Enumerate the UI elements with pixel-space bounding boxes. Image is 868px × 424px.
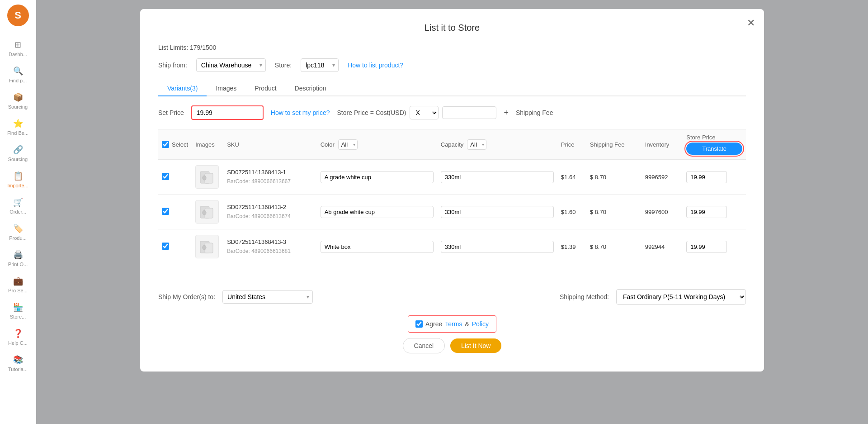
- color-filter-select[interactable]: All: [338, 139, 358, 150]
- row1-store-price-cell: [683, 160, 746, 195]
- table-header-color: Color All: [317, 129, 437, 160]
- row2-capacity-input[interactable]: [441, 206, 554, 218]
- imported-icon: 📋: [13, 171, 23, 181]
- how-to-list-link[interactable]: How to list product?: [348, 62, 403, 69]
- translate-button[interactable]: Translate: [686, 143, 742, 155]
- row3-image-cell: [192, 229, 223, 264]
- row1-sku-cell: SD07251141368413-1 BarCode: 489006661366…: [223, 160, 317, 195]
- policy-link[interactable]: Policy: [472, 320, 489, 328]
- row1-store-price-input[interactable]: [686, 171, 727, 183]
- row2-inventory: 9997600: [645, 209, 668, 215]
- find-products-icon: 🔍: [13, 66, 23, 76]
- row2-shipping-cell: $ 8.70: [586, 195, 642, 229]
- sidebar-item-sourcing[interactable]: 📦 Sourcing: [0, 88, 36, 114]
- sourcing2-icon: 🔗: [13, 145, 23, 155]
- list-limits-label: List Limits:: [158, 44, 188, 51]
- ship-to-select[interactable]: United States: [222, 290, 313, 304]
- row3-checkbox[interactable]: [162, 243, 169, 250]
- row2-shipping-fee: $ 8.70: [590, 209, 606, 215]
- row2-store-price-input[interactable]: [686, 206, 727, 218]
- sidebar-item-label: Store...: [10, 314, 26, 319]
- table-header-select: Select: [158, 129, 192, 160]
- agree-text: Agree: [425, 320, 442, 328]
- sidebar-logo: S: [7, 5, 29, 26]
- agree-row: Agree Terms & Policy: [408, 315, 496, 333]
- sidebar-item-dashboard[interactable]: ⊞ Dashb...: [0, 35, 36, 62]
- row2-color-input[interactable]: [321, 206, 434, 218]
- modal: List it to Store ✕ List Limits: 179/1500…: [140, 9, 764, 372]
- formula-input[interactable]: [442, 106, 496, 119]
- ship-from-label: Ship from:: [158, 62, 187, 69]
- terms-link[interactable]: Terms: [445, 320, 462, 328]
- sidebar-item-label: Sourcing: [8, 157, 28, 162]
- svg-point-5: [203, 210, 206, 215]
- row1-checkbox[interactable]: [162, 173, 169, 180]
- sidebar-item-orders[interactable]: 🛒 Order...: [0, 193, 36, 219]
- row1-color-cell: [317, 160, 437, 195]
- stores-icon: 🏪: [13, 302, 23, 312]
- sidebar-item-sourcing2[interactable]: 🔗 Sourcing: [0, 140, 36, 167]
- set-price-input[interactable]: [191, 105, 264, 120]
- row1-capacity-input[interactable]: [441, 171, 554, 183]
- sidebar-item-help[interactable]: ❓ Help C...: [0, 324, 36, 350]
- row2-price-cell: $1.60: [557, 195, 586, 229]
- modal-title: List it to Store: [158, 23, 746, 33]
- row1-shipping-fee: $ 8.70: [590, 174, 606, 181]
- sidebar-item-pro-se[interactable]: 💼 Pro Se...: [0, 272, 36, 298]
- sidebar-item-find-better[interactable]: ⭐ Find Be...: [0, 114, 36, 140]
- sidebar-item-tutorial[interactable]: 📚 Tutoria...: [0, 350, 36, 376]
- tab-variants[interactable]: Variants(3): [158, 81, 207, 96]
- tab-description[interactable]: Description: [286, 81, 335, 96]
- row1-product-image: [195, 165, 219, 189]
- row3-store-price-input[interactable]: [686, 241, 727, 253]
- multiply-wrapper[interactable]: X: [410, 106, 439, 119]
- row2-product-image: [195, 200, 219, 224]
- row1-price: $1.64: [561, 174, 576, 181]
- row3-checkbox-cell: [158, 229, 192, 264]
- store-select[interactable]: lpc118: [301, 58, 339, 72]
- row2-checkbox[interactable]: [162, 208, 169, 215]
- table-header-sku: SKU: [223, 129, 317, 160]
- row1-sku: SD07251141368413-1: [227, 168, 313, 177]
- sidebar-item-label: Order...: [9, 209, 26, 214]
- shipping-method-wrapper[interactable]: Fast Ordinary P(5-11 Working Days): [616, 289, 746, 305]
- row3-inventory-cell: 992944: [642, 229, 683, 264]
- tab-images[interactable]: Images: [207, 81, 245, 96]
- shipping-method-label: Shipping Method:: [560, 293, 609, 300]
- ship-to-wrapper[interactable]: United States: [222, 290, 313, 304]
- row3-color-input[interactable]: [321, 241, 434, 253]
- store-wrapper[interactable]: lpc118: [301, 58, 339, 72]
- sidebar: S ⊞ Dashb... 🔍 Find p... 📦 Sourcing ⭐ Fi…: [0, 0, 36, 424]
- table-header-price: Price: [557, 129, 586, 160]
- sidebar-item-find-products[interactable]: 🔍 Find p...: [0, 62, 36, 88]
- sidebar-item-stores[interactable]: 🏪 Store...: [0, 298, 36, 324]
- ship-from-wrapper[interactable]: China Warehouse: [196, 58, 266, 72]
- agree-checkbox[interactable]: [415, 320, 423, 328]
- table-header-images: Images: [192, 129, 223, 160]
- sidebar-item-label: Importe...: [7, 183, 28, 188]
- sidebar-item-print[interactable]: 🖨️ Print O...: [0, 245, 36, 272]
- row1-color-input[interactable]: [321, 171, 434, 183]
- sidebar-item-imported[interactable]: 📋 Importe...: [0, 167, 36, 193]
- multiply-select[interactable]: X: [410, 106, 439, 119]
- tab-product[interactable]: Product: [245, 81, 285, 96]
- shipping-method-select[interactable]: Fast Ordinary P(5-11 Working Days): [616, 289, 746, 305]
- row3-capacity-input[interactable]: [441, 241, 554, 253]
- list-now-button[interactable]: List It Now: [450, 338, 501, 353]
- row3-sku: SD07251141368413-3: [227, 238, 313, 247]
- row2-barcode: BarCode: 4890066613674: [227, 212, 313, 221]
- orders-icon: 🛒: [13, 197, 23, 207]
- ship-from-select[interactable]: China Warehouse: [196, 58, 266, 72]
- set-price-row: Set Price How to set my price? Store Pri…: [158, 105, 746, 120]
- and-text: &: [465, 320, 469, 328]
- agree-section: Agree Terms & Policy Cancel List It Now: [158, 315, 746, 353]
- cancel-button[interactable]: Cancel: [403, 338, 445, 353]
- select-all-checkbox[interactable]: [162, 141, 169, 148]
- how-to-set-price-link[interactable]: How to set my price?: [271, 109, 330, 116]
- row3-shipping-fee: $ 8.70: [590, 243, 606, 250]
- table-header-store-price: Store Price Translate: [683, 129, 746, 160]
- capacity-filter-select[interactable]: All: [467, 139, 486, 150]
- sidebar-item-products[interactable]: 🏷️ Produ...: [0, 219, 36, 245]
- close-button[interactable]: ✕: [747, 18, 755, 28]
- row3-inventory: 992944: [645, 243, 665, 250]
